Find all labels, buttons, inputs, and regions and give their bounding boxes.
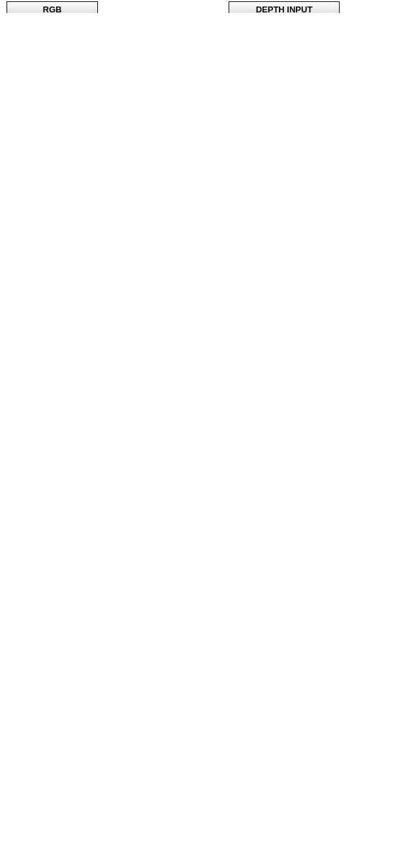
depth-input-header: DEPTH INPUT (decalibrated) bbox=[229, 1, 340, 13]
rgb-input-header: RGB INPUT bbox=[7, 1, 98, 13]
